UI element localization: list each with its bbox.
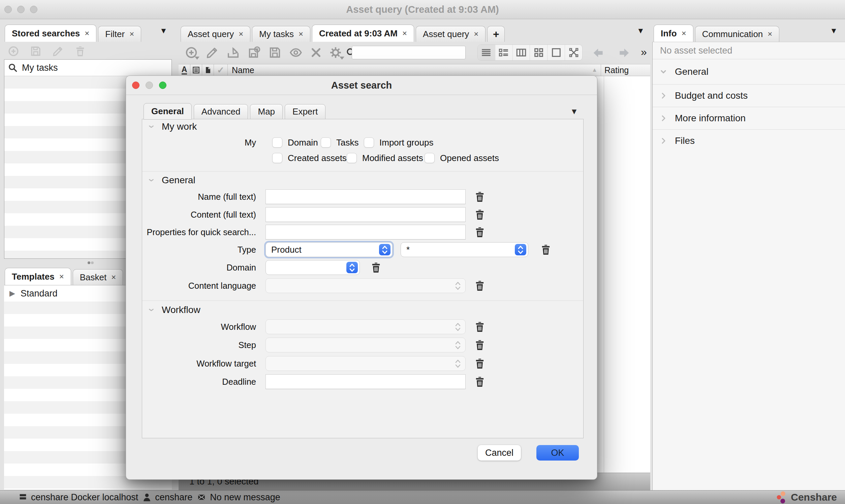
ok-button[interactable]: OK <box>536 445 579 461</box>
section-budget-and-costs[interactable]: Budget and costs <box>653 85 845 107</box>
content-fulltext-input[interactable] <box>266 207 466 222</box>
edit-search-icon[interactable] <box>52 45 64 57</box>
dialog-minimize-button[interactable] <box>146 82 153 89</box>
new-search-icon[interactable] <box>7 45 20 57</box>
tab-created-at-903[interactable]: Created at 9:03 AM × <box>312 24 414 42</box>
main-tab-menu-caret-icon[interactable]: ▼ <box>637 27 645 35</box>
add-asset-button[interactable] <box>183 44 200 61</box>
dialog-close-button[interactable] <box>132 82 140 89</box>
checkbox-modified-assets[interactable]: Modified assets <box>347 150 423 165</box>
content-language-select[interactable] <box>266 278 466 293</box>
type-pattern-select[interactable]: * <box>401 242 528 257</box>
checkbox[interactable] <box>364 138 374 147</box>
checkbox-domain[interactable]: Domain <box>272 135 318 150</box>
dialog-zoom-button[interactable] <box>159 82 166 89</box>
clear-field-trash-icon[interactable] <box>474 191 486 203</box>
step-select[interactable] <box>266 338 466 353</box>
close-icon[interactable]: × <box>129 29 134 39</box>
quick-search-input[interactable] <box>266 225 466 239</box>
tab-expert[interactable]: Expert <box>285 104 325 119</box>
checkbox-import-groups[interactable]: Import groups <box>364 135 433 150</box>
tab-communication[interactable]: Communication × <box>695 26 780 42</box>
clear-field-trash-icon[interactable] <box>474 376 486 388</box>
close-icon[interactable]: × <box>768 29 772 39</box>
checkbox-created-assets[interactable]: Created assets <box>272 150 347 165</box>
clear-field-trash-icon[interactable] <box>540 244 552 256</box>
delete-button[interactable] <box>307 44 325 61</box>
tab-general[interactable]: General <box>144 103 192 120</box>
clear-field-trash-icon[interactable] <box>474 357 486 370</box>
view-free-button[interactable] <box>565 45 582 60</box>
workflow-target-select[interactable] <box>266 356 466 371</box>
name-fulltext-input[interactable] <box>266 189 466 204</box>
clear-field-trash-icon[interactable] <box>474 209 486 221</box>
domain-select[interactable] <box>266 260 360 275</box>
close-icon[interactable]: × <box>85 29 89 38</box>
tab-filter[interactable]: Filter × <box>98 26 141 42</box>
stepper-icon[interactable] <box>346 262 358 273</box>
clear-field-trash-icon[interactable] <box>474 280 486 292</box>
column-check[interactable]: ✓ <box>214 64 228 76</box>
delete-search-icon[interactable] <box>74 45 86 57</box>
save-discard-button[interactable] <box>245 44 263 61</box>
type-select[interactable]: Product <box>266 242 393 257</box>
stepper-icon[interactable] <box>379 244 391 255</box>
clear-field-trash-icon[interactable] <box>474 339 486 351</box>
save-button[interactable] <box>266 44 284 61</box>
section-files[interactable]: Files <box>653 130 845 152</box>
save-search-icon[interactable] <box>30 45 42 57</box>
checkbox[interactable] <box>272 138 282 147</box>
view-detail-button[interactable] <box>495 45 513 60</box>
tab-stored-searches[interactable]: Stored searches × <box>5 24 96 42</box>
view-grid-button[interactable] <box>530 45 547 60</box>
section-workflow[interactable]: Workflow <box>148 303 200 317</box>
column-name[interactable]: Name ▲ <box>228 64 601 76</box>
dialog-tab-menu-caret-icon[interactable]: ▼ <box>570 107 578 116</box>
view-single-button[interactable] <box>547 45 565 60</box>
disclosure-triangle-icon[interactable]: ▶ <box>10 289 15 298</box>
settings-button[interactable] <box>327 44 344 61</box>
tab-my-tasks[interactable]: My tasks × <box>252 26 310 42</box>
history-forward-button[interactable] <box>616 47 631 59</box>
tab-basket[interactable]: Basket × <box>73 269 123 285</box>
section-my-work[interactable]: My work <box>148 119 197 134</box>
checkbox-opened-assets[interactable]: Opened assets <box>425 150 499 165</box>
view-columns-button[interactable] <box>513 45 530 60</box>
tab-asset-query-2[interactable]: Asset query × <box>416 26 486 42</box>
section-general[interactable]: General <box>653 59 845 85</box>
section-general[interactable]: General <box>148 173 195 188</box>
clear-field-trash-icon[interactable] <box>474 226 486 238</box>
checkbox[interactable] <box>272 153 282 163</box>
view-list-button[interactable] <box>478 45 495 60</box>
new-tab-button[interactable]: + <box>487 26 505 42</box>
tab-asset-query-1[interactable]: Asset query × <box>181 26 250 42</box>
section-more-information[interactable]: More information <box>653 107 845 130</box>
checkbox-tasks[interactable]: Tasks <box>321 135 359 150</box>
search-input[interactable] <box>352 46 466 59</box>
column-textstyle[interactable]: A <box>179 64 190 76</box>
workflow-select[interactable] <box>266 319 466 334</box>
column-doc[interactable] <box>190 64 202 76</box>
tab-info[interactable]: Info × <box>654 24 694 42</box>
left-tab-menu-caret-icon[interactable]: ▼ <box>160 27 167 35</box>
close-icon[interactable]: × <box>59 272 64 281</box>
close-icon[interactable]: × <box>474 29 479 39</box>
close-icon[interactable]: × <box>111 273 116 282</box>
preview-button[interactable] <box>287 44 305 61</box>
history-back-button[interactable] <box>591 47 606 59</box>
column-rating[interactable]: Rating <box>601 64 650 76</box>
toolbar-overflow-button[interactable]: » <box>641 46 647 58</box>
close-icon[interactable]: × <box>238 29 243 39</box>
checkbox[interactable] <box>347 153 357 163</box>
close-icon[interactable]: × <box>682 29 686 38</box>
clear-field-trash-icon[interactable] <box>474 321 486 333</box>
clear-field-trash-icon[interactable] <box>370 262 382 273</box>
tab-templates[interactable]: Templates × <box>5 268 71 285</box>
tab-advanced[interactable]: Advanced <box>194 104 248 119</box>
tab-map[interactable]: Map <box>250 104 283 119</box>
checkbox[interactable] <box>321 138 331 147</box>
checkbox[interactable] <box>425 153 435 163</box>
stepper-icon[interactable] <box>515 244 526 255</box>
close-icon[interactable]: × <box>299 29 303 39</box>
right-tab-menu-caret-icon[interactable]: ▼ <box>830 27 838 35</box>
